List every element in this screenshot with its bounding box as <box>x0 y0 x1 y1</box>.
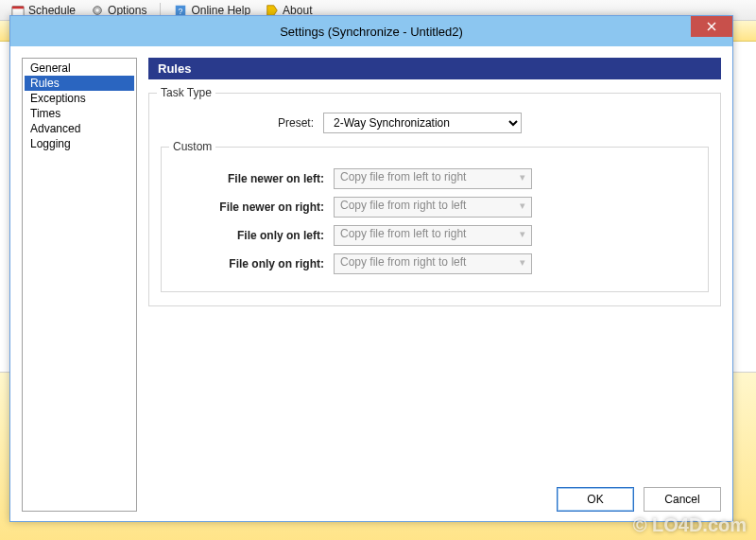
custom-legend: Custom <box>169 140 215 153</box>
row-file-newer-right: File newer on right: Copy file from righ… <box>171 197 698 218</box>
dialog-buttons: OK Cancel <box>557 487 721 512</box>
sidebar-item-rules[interactable]: Rules <box>25 76 134 91</box>
cancel-button[interactable]: Cancel <box>644 487 721 512</box>
row-select[interactable]: Copy file from right to left <box>334 197 532 218</box>
sidebar-item-logging[interactable]: Logging <box>25 136 134 151</box>
preset-row: Preset: 2-Way Synchronization <box>161 113 709 133</box>
task-type-group: Task Type Preset: 2-Way Synchronization … <box>148 93 721 306</box>
settings-sidebar: General Rules Exceptions Times Advanced … <box>22 58 137 512</box>
close-button[interactable] <box>691 16 732 37</box>
row-label: File only on left: <box>171 229 334 242</box>
svg-rect-1 <box>12 6 24 9</box>
svg-point-3 <box>95 9 99 12</box>
sidebar-item-times[interactable]: Times <box>25 106 134 121</box>
close-icon <box>707 20 716 34</box>
settings-dialog: Settings (Synchronize - Untitled2) Gener… <box>9 15 733 522</box>
dialog-title: Settings (Synchronize - Untitled2) <box>280 25 463 39</box>
custom-group: Custom File newer on left: Copy file fro… <box>161 147 709 292</box>
row-label: File newer on left: <box>171 172 334 185</box>
sidebar-item-advanced[interactable]: Advanced <box>25 121 134 136</box>
row-file-only-left: File only on left: Copy file from left t… <box>171 225 698 246</box>
row-select[interactable]: Copy file from left to right <box>334 168 532 189</box>
dialog-body: General Rules Exceptions Times Advanced … <box>10 46 732 521</box>
task-type-legend: Task Type <box>157 86 215 99</box>
preset-label: Preset: <box>161 116 323 130</box>
sidebar-item-general[interactable]: General <box>25 61 134 76</box>
row-select[interactable]: Copy file from right to left <box>334 253 532 274</box>
sidebar-item-exceptions[interactable]: Exceptions <box>25 91 134 106</box>
ok-button[interactable]: OK <box>557 487 634 512</box>
dialog-titlebar: Settings (Synchronize - Untitled2) <box>10 16 732 46</box>
row-file-only-right: File only on right: Copy file from right… <box>171 253 698 274</box>
row-label: File newer on right: <box>171 200 334 214</box>
svg-marker-6 <box>267 5 278 15</box>
row-file-newer-left: File newer on left: Copy file from left … <box>171 168 698 189</box>
settings-main: Rules Task Type Preset: 2-Way Synchroniz… <box>148 58 721 512</box>
row-label: File only on right: <box>171 257 334 270</box>
svg-text:?: ? <box>179 6 183 15</box>
row-select[interactable]: Copy file from left to right <box>334 225 532 246</box>
panel-header: Rules <box>148 58 721 79</box>
preset-select[interactable]: 2-Way Synchronization <box>323 113 522 133</box>
